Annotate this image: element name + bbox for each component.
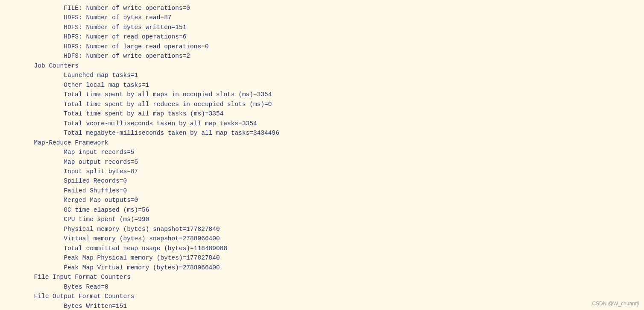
terminal-output: FILE: Number of write operations=0 HDFS:…	[0, 0, 644, 310]
watermark: CSDN @W_chuanqi	[592, 301, 639, 307]
